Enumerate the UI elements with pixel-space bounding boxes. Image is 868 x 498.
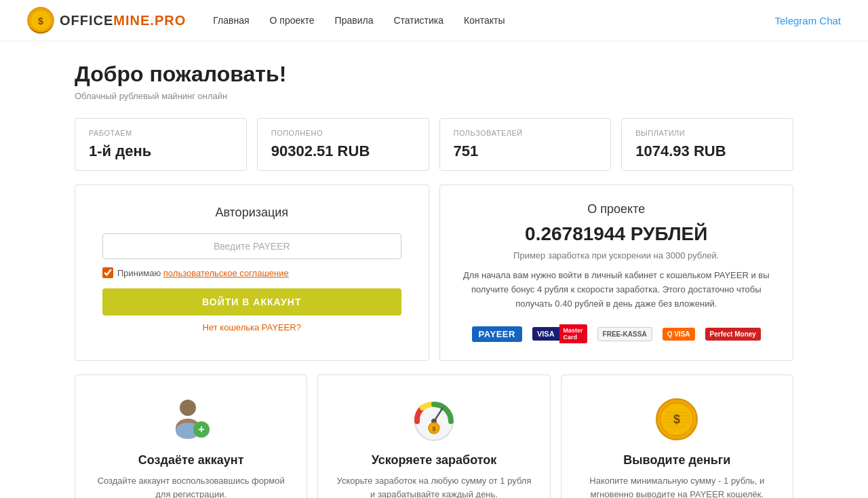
- person-plus-icon: +: [167, 396, 215, 443]
- welcome-subtitle: Облачный рублевый майнинг онлайн: [75, 91, 793, 101]
- nav-rules[interactable]: Правила: [335, 15, 374, 26]
- terms-checkbox[interactable]: [102, 267, 113, 278]
- terms-label: Принимаю пользовательское соглашение: [117, 268, 289, 278]
- login-button[interactable]: ВОЙТИ В АККАУНТ: [102, 288, 401, 315]
- stat-card-3: ВЫПЛАТИЛИ 1074.93 RUB: [621, 118, 793, 171]
- svg-text:$: $: [432, 425, 435, 432]
- project-box: О проекте 0.26781944 РУБЛЕЙ Пример зараб…: [439, 185, 794, 361]
- feature-title-1: Ускоряете заработок: [372, 453, 497, 467]
- speedometer-icon: $: [410, 396, 458, 443]
- project-body: Для начала вам нужно войти в личный каби…: [460, 269, 773, 311]
- feature-card-0: + Создаёте аккаунт Создайте аккаунт восп…: [75, 375, 307, 498]
- bottom-row: + Создаёте аккаунт Создайте аккаунт восп…: [75, 375, 793, 498]
- auth-box: Авторизация Принимаю пользовательское со…: [75, 185, 429, 361]
- stat-value-3: 1074.93 RUB: [635, 142, 779, 160]
- svg-text:$: $: [38, 16, 43, 26]
- visa-mc-logo: VISA MasterCard: [532, 324, 587, 343]
- svg-text:$: $: [673, 413, 680, 426]
- stat-label-3: ВЫПЛАТИЛИ: [635, 129, 779, 137]
- project-desc: Пример заработка при ускорении на 3000 р…: [513, 250, 719, 261]
- feature-desc-0: Создайте аккаунт воспользовавшись формой…: [92, 474, 290, 498]
- telegram-chat-link[interactable]: Telegram Chat: [774, 15, 841, 26]
- welcome-title: Добро пожаловать!: [75, 62, 793, 87]
- stat-card-0: РАБОТАЕМ 1-й день: [75, 118, 247, 171]
- logo-mine-text: MINE: [113, 13, 150, 28]
- nav-about[interactable]: О проекте: [270, 15, 315, 26]
- stat-card-2: ПОЛЬЗОВАТЕЛЕЙ 751: [439, 118, 612, 171]
- pm-logo: Perfect Money: [705, 328, 761, 341]
- middle-row: Авторизация Принимаю пользовательское со…: [75, 185, 793, 361]
- feature-card-1: $ Ускоряете заработок Ускорьте заработок…: [317, 375, 550, 498]
- feature-desc-1: Ускорьте заработок на любую сумму от 1 р…: [335, 474, 532, 498]
- stat-value-1: 90302.51 RUB: [271, 142, 415, 160]
- terms-row: Принимаю пользовательское соглашение: [102, 267, 289, 278]
- freekassa-logo: FREE-KASSA: [597, 327, 652, 341]
- feature-card-2: $ Выводите деньги Накопите минимальную с…: [561, 375, 793, 498]
- logo-pro-text: .PRO: [150, 13, 186, 28]
- svg-text:+: +: [198, 423, 204, 435]
- svg-point-3: [180, 400, 196, 416]
- project-amount: 0.26781944 РУБЛЕЙ: [525, 223, 707, 245]
- auth-title: Авторизация: [215, 206, 288, 220]
- terms-link[interactable]: пользовательское соглашение: [163, 268, 289, 278]
- stat-label-1: ПОПОЛНЕНО: [271, 129, 415, 137]
- feature-title-0: Создаёте аккаунт: [138, 453, 244, 467]
- logo[interactable]: $ OFFICEMINE.PRO: [27, 7, 186, 34]
- stat-card-1: ПОПОЛНЕНО 90302.51 RUB: [257, 118, 429, 171]
- stat-value-0: 1-й день: [89, 142, 233, 160]
- nav-stats[interactable]: Статистика: [393, 15, 443, 26]
- nav-contacts[interactable]: Контакты: [464, 15, 505, 26]
- logo-icon: $: [27, 7, 54, 34]
- feature-title-2: Выводите деньги: [623, 453, 730, 467]
- coin-icon: $: [653, 396, 701, 443]
- project-title: О проекте: [587, 202, 645, 216]
- stat-value-2: 751: [454, 142, 597, 160]
- stat-label-2: ПОЛЬЗОВАТЕЛЕЙ: [454, 129, 597, 137]
- main-nav: Главная О проекте Правила Статистика Кон…: [213, 15, 774, 26]
- stats-row: РАБОТАЕМ 1-й день ПОПОЛНЕНО 90302.51 RUB…: [75, 118, 793, 171]
- no-wallet-link[interactable]: Нет кошелька PAYEER?: [203, 322, 301, 332]
- qiwi-logo: Q VISA: [663, 328, 695, 341]
- logo-office-text: OFFICE: [60, 13, 113, 28]
- payeer-logo: PAYEER: [472, 326, 522, 342]
- main-content: Добро пожаловать! Облачный рублевый майн…: [61, 41, 807, 498]
- payment-logos: PAYEER VISA MasterCard FREE-KASSA Q VISA…: [472, 324, 761, 343]
- nav-home[interactable]: Главная: [213, 15, 249, 26]
- feature-desc-2: Накопите минимальную сумму - 1 рубль, и …: [578, 474, 776, 498]
- payeer-input[interactable]: [102, 233, 401, 259]
- header: $ OFFICEMINE.PRO Главная О проекте Прави…: [0, 0, 868, 41]
- stat-label-0: РАБОТАЕМ: [89, 129, 233, 137]
